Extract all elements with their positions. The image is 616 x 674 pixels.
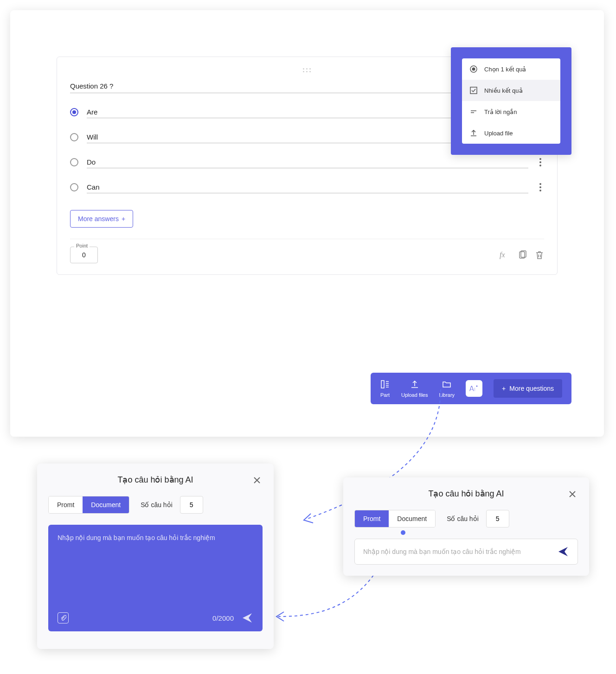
svg-rect-6 bbox=[381, 381, 384, 388]
point-value: 0 bbox=[82, 251, 86, 259]
short-text-icon bbox=[469, 108, 478, 116]
answer-menu-2[interactable] bbox=[537, 158, 544, 166]
textarea-footer: 0/2000 bbox=[58, 612, 253, 624]
popup-title: Tạo câu hỏi bằng AI bbox=[428, 489, 504, 499]
svg-text:fx: fx bbox=[500, 251, 505, 259]
tab-row: Promt Document Số câu hỏi 5 bbox=[48, 496, 263, 514]
indicator-dot bbox=[401, 530, 405, 535]
tab-row: Promt Document Số câu hỏi 5 bbox=[354, 510, 578, 528]
action-library[interactable]: Library bbox=[439, 379, 455, 398]
close-icon bbox=[253, 477, 261, 484]
count-label: Số câu hỏi bbox=[447, 515, 479, 522]
answer-row: Can bbox=[70, 181, 544, 193]
more-questions-label: More questions bbox=[509, 385, 554, 392]
answer-menu-3[interactable] bbox=[537, 183, 544, 191]
char-send-row: 0/2000 bbox=[212, 612, 253, 624]
upload-label: Upload files bbox=[401, 392, 428, 398]
send-icon[interactable] bbox=[557, 546, 569, 558]
point-input[interactable]: Point 0 bbox=[70, 247, 98, 263]
answer-radio-3[interactable] bbox=[70, 183, 78, 191]
upload-icon bbox=[469, 129, 478, 137]
answer-input-3[interactable]: Can bbox=[87, 181, 528, 193]
tab-document[interactable]: Document bbox=[83, 496, 129, 513]
close-button[interactable] bbox=[567, 489, 578, 500]
type-item-single[interactable]: Chọn 1 kết quả bbox=[462, 58, 560, 80]
type-label-1: Nhiều kết quả bbox=[484, 87, 523, 94]
popup-header: Tạo câu hỏi bằng AI bbox=[354, 489, 578, 499]
action-part[interactable]: Part bbox=[380, 379, 390, 398]
type-label-2: Trả lời ngắn bbox=[484, 108, 517, 115]
action-upload[interactable]: Upload files bbox=[401, 379, 428, 398]
footer-icons: fx bbox=[500, 250, 544, 260]
action-bar: Part Upload files Library AI + More ques… bbox=[371, 373, 571, 404]
ai-icon: AI bbox=[466, 380, 482, 397]
plus-icon: + bbox=[122, 215, 125, 223]
answer-radio-0[interactable] bbox=[70, 108, 78, 116]
svg-rect-5 bbox=[470, 87, 477, 94]
promt-input-row: Nhập nội dung mà bạn muốn tạo câu hỏi tr… bbox=[354, 539, 578, 565]
part-label: Part bbox=[380, 392, 390, 398]
document-placeholder: Nhập nội dung mà bạn muốn tạo câu hỏi tr… bbox=[58, 534, 253, 541]
type-label-3: Upload file bbox=[484, 130, 513, 137]
close-button[interactable] bbox=[251, 475, 263, 486]
answer-radio-1[interactable] bbox=[70, 133, 78, 141]
answer-radio-2[interactable] bbox=[70, 158, 78, 166]
count-input[interactable]: 5 bbox=[486, 510, 509, 528]
question-type-popover: Chọn 1 kết quả Nhiều kết quả Trả lời ngắ… bbox=[451, 47, 571, 155]
fx-icon[interactable]: fx bbox=[500, 250, 511, 260]
svg-text:I: I bbox=[474, 387, 475, 392]
upload-files-icon bbox=[410, 379, 420, 389]
library-label: Library bbox=[439, 392, 455, 398]
answer-row: Do bbox=[70, 156, 544, 168]
part-icon bbox=[380, 379, 390, 389]
action-ai[interactable]: AI bbox=[466, 380, 482, 397]
drag-dots-icon bbox=[303, 68, 311, 72]
more-answers-label: More answers bbox=[78, 215, 119, 223]
type-item-short[interactable]: Trả lời ngắn bbox=[462, 101, 560, 122]
svg-point-4 bbox=[472, 68, 475, 71]
type-item-upload[interactable]: Upload file bbox=[462, 122, 560, 144]
main-panel: Question 26 ? Are Will Do Can More answe… bbox=[10, 10, 604, 437]
point-label: Point bbox=[74, 243, 90, 248]
tab-promt[interactable]: Promt bbox=[49, 496, 83, 513]
tab-segment: Promt Document bbox=[48, 496, 129, 514]
trash-icon[interactable] bbox=[535, 250, 544, 260]
type-label-0: Chọn 1 kết quả bbox=[484, 66, 526, 73]
document-textarea[interactable]: Nhập nội dung mà bạn muốn tạo câu hỏi tr… bbox=[48, 525, 263, 631]
tab-promt[interactable]: Promt bbox=[355, 510, 389, 527]
checkbox-icon bbox=[469, 86, 478, 95]
card-footer: Point 0 fx bbox=[70, 239, 544, 263]
paperclip-icon bbox=[60, 615, 66, 621]
plus-icon: + bbox=[502, 385, 506, 392]
close-icon bbox=[569, 490, 576, 498]
ai-popup-document: Tạo câu hỏi bằng AI Promt Document Số câ… bbox=[37, 464, 274, 649]
folder-icon bbox=[442, 379, 452, 389]
popup-header: Tạo câu hỏi bằng AI bbox=[48, 475, 263, 485]
attach-button[interactable] bbox=[58, 612, 69, 623]
copy-icon[interactable] bbox=[518, 250, 527, 260]
type-popover-inner: Chọn 1 kết quả Nhiều kết quả Trả lời ngắ… bbox=[462, 58, 560, 144]
count-input[interactable]: 5 bbox=[180, 496, 203, 514]
more-questions-button[interactable]: + More questions bbox=[494, 379, 562, 398]
ai-popup-promt: Tạo câu hỏi bằng AI Promt Document Số câ… bbox=[343, 477, 589, 576]
tab-document[interactable]: Document bbox=[389, 510, 435, 527]
answer-input-2[interactable]: Do bbox=[87, 156, 528, 168]
more-answers-button[interactable]: More answers + bbox=[70, 210, 133, 228]
radio-icon bbox=[469, 65, 478, 73]
count-label: Số câu hỏi bbox=[141, 501, 173, 509]
popup-title: Tạo câu hỏi bằng AI bbox=[117, 475, 193, 485]
char-counter: 0/2000 bbox=[212, 614, 234, 622]
send-icon[interactable] bbox=[241, 612, 253, 624]
type-item-multiple[interactable]: Nhiều kết quả bbox=[462, 80, 560, 101]
tab-segment: Promt Document bbox=[354, 510, 436, 528]
promt-input[interactable]: Nhập nội dung mà bạn muốn tạo câu hỏi tr… bbox=[363, 548, 552, 555]
